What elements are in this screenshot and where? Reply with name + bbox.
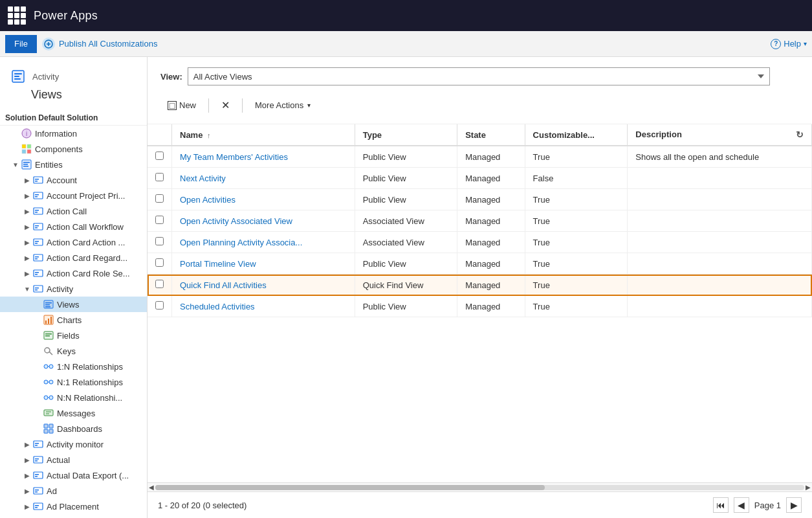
row-checkbox[interactable]	[155, 258, 164, 267]
sidebar-item-label: N:1 Relationships	[57, 377, 123, 387]
svg-rect-42	[45, 306, 50, 308]
sidebar-item-label: Messages	[57, 409, 95, 418]
view-dropdown[interactable]: All Active Views	[188, 67, 770, 85]
no-arrow	[34, 332, 41, 339]
row-customizable: False	[525, 168, 628, 189]
expand-arrow: ▶	[23, 487, 31, 495]
entity-icon	[9, 67, 27, 85]
table-row[interactable]: Open Planning Activity Associa...Associa…	[148, 232, 812, 253]
publish-customizations[interactable]: Publish All Customizations	[42, 38, 157, 51]
row-name[interactable]: Portal Timeline View	[172, 253, 355, 275]
main-layout: Activity Views Solution Default Solution…	[0, 57, 812, 518]
toolbar: □ New ✕ More Actions ▾	[160, 93, 799, 117]
content-area: View: All Active Views □ New ✕ More Acti…	[148, 57, 812, 518]
row-checkbox[interactable]	[155, 216, 164, 224]
table-row[interactable]: Scheduled ActivitiesPublic ViewManagedTr…	[148, 296, 812, 317]
file-button[interactable]: File	[5, 35, 37, 53]
svg-rect-26	[35, 227, 38, 229]
sidebar-item-messages[interactable]: Messages	[0, 405, 147, 421]
table-row[interactable]: Open Activity Associated ViewAssociated …	[148, 210, 812, 232]
sidebar-item-information[interactable]: i Information	[0, 126, 147, 141]
sidebar-item-actual[interactable]: ▶ Actual	[0, 452, 147, 467]
sidebar-item-entities[interactable]: ▼ Entities	[0, 157, 147, 172]
delete-button[interactable]: ✕	[214, 96, 237, 115]
row-name[interactable]: My Team Members' Activities	[172, 146, 355, 168]
row-name[interactable]: Next Activity	[172, 168, 355, 189]
row-checkbox[interactable]	[155, 237, 164, 245]
sidebar-item-action-call[interactable]: ▶ Action Call	[0, 203, 147, 219]
entity-icon	[32, 190, 44, 201]
svg-rect-36	[34, 286, 43, 292]
waffle-icon[interactable]	[8, 6, 26, 25]
publish-label: Publish All Customizations	[59, 39, 157, 49]
sidebar-item-n1-rel[interactable]: N:1 Relationships	[0, 374, 147, 390]
row-checkbox[interactable]	[155, 194, 164, 203]
sidebar-item-views[interactable]: Views	[0, 297, 147, 312]
help-button[interactable]: ? Help ▾	[771, 39, 807, 49]
sidebar-item-account[interactable]: ▶ Account	[0, 172, 147, 188]
sidebar-item-dashboards[interactable]: Dashboards	[0, 421, 147, 436]
sidebar-item-action-call-workflow[interactable]: ▶ Action Call Workflow	[0, 219, 147, 234]
row-checkbox[interactable]	[155, 173, 164, 181]
svg-rect-37	[35, 287, 39, 289]
th-state[interactable]: State	[457, 124, 525, 146]
scroll-right-arrow[interactable]: ▶	[806, 484, 811, 491]
row-customizable: True	[525, 275, 628, 296]
table-row[interactable]: Quick Find All ActivitiesQuick Find View…	[148, 275, 812, 296]
row-type: Quick Find View	[355, 275, 457, 296]
toolbar-separator	[208, 98, 209, 113]
refresh-btn[interactable]: ↻	[796, 130, 804, 140]
prev-page-button[interactable]: ◀	[734, 497, 749, 513]
first-page-button[interactable]: ⏮	[713, 497, 729, 513]
table-row[interactable]: Portal Timeline ViewPublic ViewManagedTr…	[148, 253, 812, 275]
row-checkbox[interactable]	[155, 152, 164, 160]
no-arrow	[12, 145, 19, 153]
row-name[interactable]: Open Planning Activity Associa...	[172, 232, 355, 253]
row-checkbox[interactable]	[155, 301, 164, 310]
sidebar-item-keys[interactable]: Keys	[0, 343, 147, 359]
th-name[interactable]: Name ↑	[172, 124, 355, 146]
row-name[interactable]: Scheduled Activities	[172, 296, 355, 317]
row-checkbox[interactable]	[155, 280, 164, 288]
sidebar-item-ad[interactable]: ▶ Ad	[0, 483, 147, 499]
help-icon: ?	[771, 39, 781, 49]
sidebar-item-activity[interactable]: ▼ Activity	[0, 281, 147, 297]
entities-icon	[21, 159, 32, 170]
row-name[interactable]: Open Activities	[172, 189, 355, 210]
row-type: Public View	[355, 296, 457, 317]
sidebar-item-action-card-regard[interactable]: ▶ Action Card Regard...	[0, 250, 147, 265]
row-customizable: True	[525, 146, 628, 168]
sidebar-item-account-project[interactable]: ▶ Account Project Pri...	[0, 188, 147, 203]
svg-rect-70	[35, 460, 38, 462]
sidebar-item-actual-data-export[interactable]: ▶ Actual Data Export (...	[0, 467, 147, 483]
sidebar-item-nn-rel[interactable]: N:N Relationshi...	[0, 390, 147, 405]
sidebar-item-charts[interactable]: Charts	[0, 312, 147, 328]
entity-subtitle: Views	[5, 88, 142, 107]
sidebar-item-1n-rel[interactable]: 1:N Relationships	[0, 359, 147, 374]
sidebar-item-action-card-role[interactable]: ▶ Action Card Role Se...	[0, 265, 147, 281]
more-actions-button[interactable]: More Actions ▾	[248, 97, 318, 113]
sidebar-item-action-card-action[interactable]: ▶ Action Card Action ...	[0, 234, 147, 250]
table-row[interactable]: Open ActivitiesPublic ViewManagedTrue	[148, 189, 812, 210]
new-button[interactable]: □ New	[160, 97, 203, 113]
th-type[interactable]: Type	[355, 124, 457, 146]
th-type-label: Type	[363, 130, 382, 140]
row-name[interactable]: Open Activity Associated View	[172, 210, 355, 232]
scroll-left-arrow[interactable]: ◀	[149, 484, 154, 491]
sidebar-item-components[interactable]: Components	[0, 141, 147, 157]
solution-label: Solution Default Solution	[0, 111, 147, 126]
table-row[interactable]: My Team Members' ActivitiesPublic ViewMa…	[148, 146, 812, 168]
svg-rect-9	[22, 150, 26, 153]
th-description[interactable]: Description ↻	[628, 124, 812, 146]
horizontal-scrollbar[interactable]: ◀ ▶	[148, 482, 812, 491]
next-page-button[interactable]: ▶	[786, 497, 802, 513]
row-name[interactable]: Quick Find All Activities	[172, 275, 355, 296]
sidebar-item-ad-placement[interactable]: ▶ Ad Placement	[0, 499, 147, 514]
table-row[interactable]: Next ActivityPublic ViewManagedFalse	[148, 168, 812, 189]
sidebar-item-fields[interactable]: Fields	[0, 328, 147, 343]
row-customizable: True	[525, 210, 628, 232]
th-customizable[interactable]: Customizable...	[525, 124, 628, 146]
app-title: Power Apps	[34, 9, 98, 23]
entity-icon	[32, 501, 44, 512]
sidebar-item-activity-monitor[interactable]: ▶ Activity monitor	[0, 436, 147, 452]
